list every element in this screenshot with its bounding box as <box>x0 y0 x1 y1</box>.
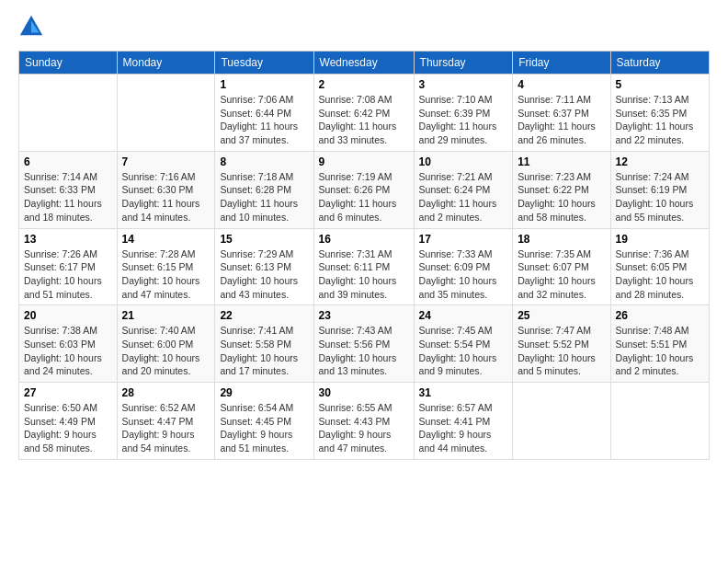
day-info: Sunrise: 7:21 AM Sunset: 6:24 PM Dayligh… <box>419 170 508 224</box>
calendar-day-cell: 21Sunrise: 7:40 AM Sunset: 6:00 PM Dayli… <box>117 305 215 383</box>
day-info: Sunrise: 7:08 AM Sunset: 6:42 PM Dayligh… <box>319 93 409 147</box>
calendar-day-header: Saturday <box>610 52 709 75</box>
day-info: Sunrise: 7:48 AM Sunset: 5:51 PM Dayligh… <box>616 324 704 378</box>
day-info: Sunrise: 7:18 AM Sunset: 6:28 PM Dayligh… <box>220 170 308 224</box>
calendar-day-cell: 17Sunrise: 7:33 AM Sunset: 6:09 PM Dayli… <box>414 228 513 305</box>
calendar-table: SundayMondayTuesdayWednesdayThursdayFrid… <box>18 51 710 460</box>
calendar-week-row: 1Sunrise: 7:06 AM Sunset: 6:44 PM Daylig… <box>19 75 710 152</box>
calendar-week-row: 27Sunrise: 6:50 AM Sunset: 4:49 PM Dayli… <box>19 383 710 460</box>
calendar-day-cell: 27Sunrise: 6:50 AM Sunset: 4:49 PM Dayli… <box>19 383 118 460</box>
day-info: Sunrise: 7:06 AM Sunset: 6:44 PM Dayligh… <box>220 93 308 147</box>
day-number: 17 <box>419 233 508 246</box>
day-number: 12 <box>616 155 704 168</box>
day-number: 27 <box>24 386 112 399</box>
calendar-day-header: Tuesday <box>215 52 313 75</box>
day-number: 20 <box>24 309 112 322</box>
day-info: Sunrise: 6:54 AM Sunset: 4:45 PM Dayligh… <box>220 401 308 455</box>
calendar-day-cell: 10Sunrise: 7:21 AM Sunset: 6:24 PM Dayli… <box>414 151 513 228</box>
day-number: 16 <box>319 233 409 246</box>
day-info: Sunrise: 7:16 AM Sunset: 6:30 PM Dayligh… <box>122 170 210 224</box>
day-info: Sunrise: 7:40 AM Sunset: 6:00 PM Dayligh… <box>122 324 210 378</box>
logo <box>18 14 48 40</box>
calendar-day-cell: 2Sunrise: 7:08 AM Sunset: 6:42 PM Daylig… <box>313 75 414 152</box>
calendar-day-cell: 19Sunrise: 7:36 AM Sunset: 6:05 PM Dayli… <box>610 228 709 305</box>
calendar-day-cell: 15Sunrise: 7:29 AM Sunset: 6:13 PM Dayli… <box>215 228 313 305</box>
day-info: Sunrise: 7:31 AM Sunset: 6:11 PM Dayligh… <box>319 247 409 302</box>
day-number: 9 <box>319 155 409 168</box>
day-number: 28 <box>122 386 210 399</box>
calendar-day-cell: 26Sunrise: 7:48 AM Sunset: 5:51 PM Dayli… <box>610 305 709 383</box>
day-info: Sunrise: 7:24 AM Sunset: 6:19 PM Dayligh… <box>616 170 704 224</box>
day-number: 24 <box>419 309 508 322</box>
calendar-day-cell: 24Sunrise: 7:45 AM Sunset: 5:54 PM Dayli… <box>414 305 513 383</box>
day-number: 22 <box>220 309 308 322</box>
day-info: Sunrise: 7:45 AM Sunset: 5:54 PM Dayligh… <box>419 324 508 378</box>
calendar-day-cell: 28Sunrise: 6:52 AM Sunset: 4:47 PM Dayli… <box>117 383 215 460</box>
day-info: Sunrise: 7:35 AM Sunset: 6:07 PM Dayligh… <box>518 247 605 302</box>
calendar-day-cell: 23Sunrise: 7:43 AM Sunset: 5:56 PM Dayli… <box>313 305 414 383</box>
day-info: Sunrise: 7:14 AM Sunset: 6:33 PM Dayligh… <box>24 170 112 224</box>
day-info: Sunrise: 7:29 AM Sunset: 6:13 PM Dayligh… <box>220 247 308 302</box>
day-number: 31 <box>419 386 508 399</box>
calendar-header-row: SundayMondayTuesdayWednesdayThursdayFrid… <box>19 52 710 75</box>
day-info: Sunrise: 7:11 AM Sunset: 6:37 PM Dayligh… <box>518 93 605 147</box>
calendar-day-cell: 5Sunrise: 7:13 AM Sunset: 6:35 PM Daylig… <box>610 75 709 152</box>
day-number: 18 <box>518 233 605 246</box>
day-number: 15 <box>220 233 308 246</box>
day-number: 14 <box>122 233 210 246</box>
calendar-day-cell: 7Sunrise: 7:16 AM Sunset: 6:30 PM Daylig… <box>117 151 215 228</box>
calendar-week-row: 6Sunrise: 7:14 AM Sunset: 6:33 PM Daylig… <box>19 151 710 228</box>
day-number: 2 <box>319 78 409 91</box>
calendar-day-cell <box>117 75 215 152</box>
day-number: 6 <box>24 155 112 168</box>
calendar-day-cell: 3Sunrise: 7:10 AM Sunset: 6:39 PM Daylig… <box>414 75 513 152</box>
day-info: Sunrise: 7:13 AM Sunset: 6:35 PM Dayligh… <box>616 93 704 147</box>
day-info: Sunrise: 6:55 AM Sunset: 4:43 PM Dayligh… <box>319 401 409 455</box>
calendar-day-cell: 9Sunrise: 7:19 AM Sunset: 6:26 PM Daylig… <box>313 151 414 228</box>
day-info: Sunrise: 7:19 AM Sunset: 6:26 PM Dayligh… <box>319 170 409 224</box>
header <box>18 14 710 40</box>
day-info: Sunrise: 6:57 AM Sunset: 4:41 PM Dayligh… <box>419 401 508 455</box>
day-info: Sunrise: 6:52 AM Sunset: 4:47 PM Dayligh… <box>122 401 210 455</box>
day-number: 10 <box>419 155 508 168</box>
day-number: 13 <box>24 233 112 246</box>
day-info: Sunrise: 7:43 AM Sunset: 5:56 PM Dayligh… <box>319 324 409 378</box>
calendar-day-cell <box>19 75 118 152</box>
calendar-day-cell: 14Sunrise: 7:28 AM Sunset: 6:15 PM Dayli… <box>117 228 215 305</box>
calendar-day-header: Monday <box>117 52 215 75</box>
calendar-day-header: Friday <box>513 52 610 75</box>
calendar-day-cell: 13Sunrise: 7:26 AM Sunset: 6:17 PM Dayli… <box>19 228 118 305</box>
day-info: Sunrise: 7:23 AM Sunset: 6:22 PM Dayligh… <box>518 170 605 224</box>
day-info: Sunrise: 7:33 AM Sunset: 6:09 PM Dayligh… <box>419 247 508 302</box>
calendar-day-cell: 1Sunrise: 7:06 AM Sunset: 6:44 PM Daylig… <box>215 75 313 152</box>
calendar-day-cell: 25Sunrise: 7:47 AM Sunset: 5:52 PM Dayli… <box>513 305 610 383</box>
calendar-day-cell: 30Sunrise: 6:55 AM Sunset: 4:43 PM Dayli… <box>313 383 414 460</box>
day-number: 4 <box>518 78 605 91</box>
calendar-day-cell: 31Sunrise: 6:57 AM Sunset: 4:41 PM Dayli… <box>414 383 513 460</box>
calendar-day-header: Sunday <box>19 52 118 75</box>
calendar-day-header: Thursday <box>414 52 513 75</box>
day-number: 5 <box>616 78 704 91</box>
day-info: Sunrise: 7:47 AM Sunset: 5:52 PM Dayligh… <box>518 324 605 378</box>
day-number: 3 <box>419 78 508 91</box>
day-info: Sunrise: 7:41 AM Sunset: 5:58 PM Dayligh… <box>220 324 308 378</box>
calendar-day-cell: 8Sunrise: 7:18 AM Sunset: 6:28 PM Daylig… <box>215 151 313 228</box>
page: SundayMondayTuesdayWednesdayThursdayFrid… <box>0 0 728 563</box>
calendar-day-cell: 16Sunrise: 7:31 AM Sunset: 6:11 PM Dayli… <box>313 228 414 305</box>
day-number: 19 <box>616 233 704 246</box>
calendar-day-cell: 6Sunrise: 7:14 AM Sunset: 6:33 PM Daylig… <box>19 151 118 228</box>
day-info: Sunrise: 6:50 AM Sunset: 4:49 PM Dayligh… <box>24 401 112 455</box>
calendar-day-cell: 12Sunrise: 7:24 AM Sunset: 6:19 PM Dayli… <box>610 151 709 228</box>
day-info: Sunrise: 7:26 AM Sunset: 6:17 PM Dayligh… <box>24 247 112 302</box>
calendar-day-cell: 20Sunrise: 7:38 AM Sunset: 6:03 PM Dayli… <box>19 305 118 383</box>
calendar-day-cell: 22Sunrise: 7:41 AM Sunset: 5:58 PM Dayli… <box>215 305 313 383</box>
day-number: 23 <box>319 309 409 322</box>
day-number: 30 <box>319 386 409 399</box>
day-number: 8 <box>220 155 308 168</box>
calendar-day-cell: 18Sunrise: 7:35 AM Sunset: 6:07 PM Dayli… <box>513 228 610 305</box>
calendar-day-cell: 29Sunrise: 6:54 AM Sunset: 4:45 PM Dayli… <box>215 383 313 460</box>
day-number: 26 <box>616 309 704 322</box>
day-info: Sunrise: 7:10 AM Sunset: 6:39 PM Dayligh… <box>419 93 508 147</box>
day-number: 29 <box>220 386 308 399</box>
calendar-day-cell: 11Sunrise: 7:23 AM Sunset: 6:22 PM Dayli… <box>513 151 610 228</box>
